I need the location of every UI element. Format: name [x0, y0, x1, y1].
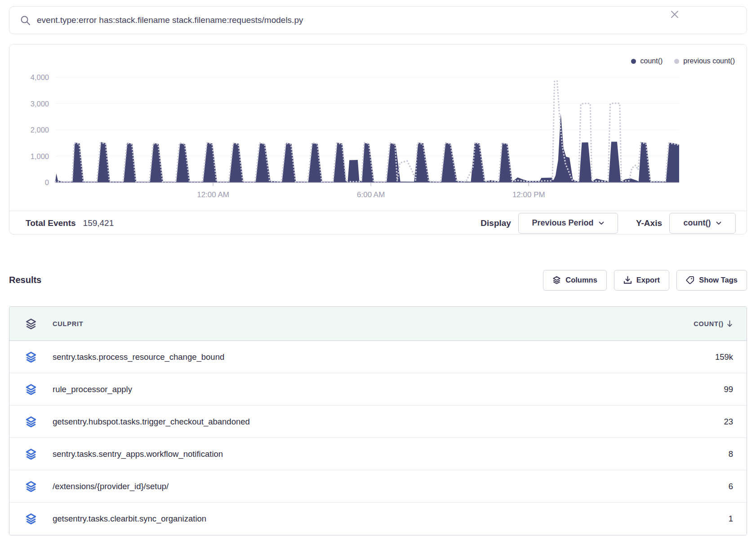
- table-row[interactable]: getsentry.hubspot.tasks.trigger_checkout…: [9, 406, 747, 438]
- yaxis-label: Y-Axis: [636, 218, 662, 228]
- legend-label-count: count(): [640, 57, 663, 65]
- display-label: Display: [480, 218, 511, 228]
- legend-item-previous-count[interactable]: previous count(): [674, 57, 735, 65]
- culprit-cell[interactable]: sentry.tasks.process_resource_change_bou…: [53, 352, 630, 362]
- show-tags-button[interactable]: Show Tags: [676, 270, 747, 291]
- stack-icon: [25, 448, 37, 460]
- svg-text:2,000: 2,000: [31, 126, 49, 134]
- svg-text:1,000: 1,000: [31, 152, 49, 160]
- export-button-label: Export: [636, 276, 660, 284]
- svg-text:6:00 AM: 6:00 AM: [357, 190, 385, 199]
- show-tags-button-label: Show Tags: [699, 276, 738, 284]
- culprit-cell[interactable]: getsentry.tasks.clearbit.sync_organizati…: [53, 514, 630, 524]
- table-body: sentry.tasks.process_resource_change_bou…: [9, 341, 747, 535]
- chart-legend: count() previous count(): [631, 57, 735, 65]
- svg-text:3,000: 3,000: [31, 100, 49, 108]
- column-header-culprit[interactable]: CULPRIT: [53, 320, 630, 327]
- svg-text:0: 0: [45, 178, 49, 186]
- columns-button[interactable]: Columns: [543, 270, 607, 291]
- count-cell: 23: [724, 417, 747, 427]
- table-row[interactable]: getsentry.tasks.clearbit.sync_organizati…: [9, 503, 747, 535]
- results-header-row: Results Columns Export Show Tags: [9, 270, 747, 291]
- total-events-label: Total Events: [26, 218, 76, 228]
- stack-icon: [25, 481, 37, 492]
- count-cell: 99: [724, 384, 747, 394]
- display-dropdown-value: Previous Period: [532, 218, 593, 228]
- culprit-cell[interactable]: getsentry.hubspot.tasks.trigger_checkout…: [53, 417, 630, 427]
- legend-item-count[interactable]: count(): [631, 57, 663, 65]
- export-button[interactable]: Export: [614, 270, 669, 291]
- stack-icon: [25, 384, 37, 395]
- stack-icon: [25, 416, 37, 428]
- chevron-down-icon: [716, 221, 721, 225]
- results-heading: Results: [9, 275, 41, 285]
- table-row[interactable]: /extensions/{provider_id}/setup/ 6: [9, 470, 747, 503]
- results-table: CULPRIT COUNT() sentry.tasks.process_res…: [9, 306, 747, 535]
- search-clear-icon[interactable]: [669, 9, 680, 20]
- count-cell: 159k: [715, 352, 747, 362]
- culprit-cell[interactable]: rule_processor_apply: [53, 384, 630, 394]
- chevron-down-icon: [599, 221, 604, 225]
- search-input[interactable]: [37, 15, 736, 25]
- layers-icon: [552, 276, 561, 284]
- table-row[interactable]: sentry.tasks.sentry_apps.workflow_notifi…: [9, 438, 747, 470]
- table-row[interactable]: rule_processor_apply 99: [9, 373, 747, 406]
- svg-text:4,000: 4,000: [31, 73, 49, 81]
- download-icon: [623, 276, 632, 284]
- count-cell: 1: [729, 514, 747, 524]
- chart-footer: Total Events 159,421 Display Previous Pe…: [9, 211, 747, 235]
- count-cell: 6: [729, 482, 747, 491]
- events-chart-panel: count() previous count() 01,0002,0003,00…: [9, 44, 747, 234]
- search-bar: [9, 6, 747, 34]
- search-icon: [20, 15, 31, 26]
- culprit-cell[interactable]: sentry.tasks.sentry_apps.workflow_notifi…: [53, 449, 630, 459]
- legend-label-previous-count: previous count(): [683, 57, 735, 65]
- column-header-count[interactable]: COUNT(): [694, 320, 747, 327]
- yaxis-dropdown[interactable]: count(): [669, 213, 736, 234]
- yaxis-dropdown-value: count(): [684, 218, 711, 228]
- tag-icon: [686, 276, 694, 284]
- stack-icon: [25, 351, 37, 363]
- stack-icon: [25, 513, 37, 525]
- stack-icon: [25, 318, 37, 330]
- display-dropdown[interactable]: Previous Period: [518, 213, 618, 234]
- events-area-chart: 01,0002,0003,0004,00012:00 AM6:00 AM12:0…: [9, 71, 747, 206]
- table-row[interactable]: sentry.tasks.process_resource_change_bou…: [9, 341, 747, 373]
- count-cell: 8: [729, 449, 747, 459]
- sort-desc-arrow-icon: [726, 320, 733, 327]
- legend-dot-count: [631, 59, 636, 64]
- total-events-value: 159,421: [83, 218, 114, 228]
- svg-text:12:00 AM: 12:00 AM: [197, 190, 229, 199]
- legend-dot-previous-count: [674, 59, 679, 64]
- columns-button-label: Columns: [565, 276, 597, 284]
- svg-text:12:00 PM: 12:00 PM: [512, 190, 545, 199]
- table-header-row: CULPRIT COUNT(): [9, 307, 747, 341]
- culprit-cell[interactable]: /extensions/{provider_id}/setup/: [53, 482, 630, 491]
